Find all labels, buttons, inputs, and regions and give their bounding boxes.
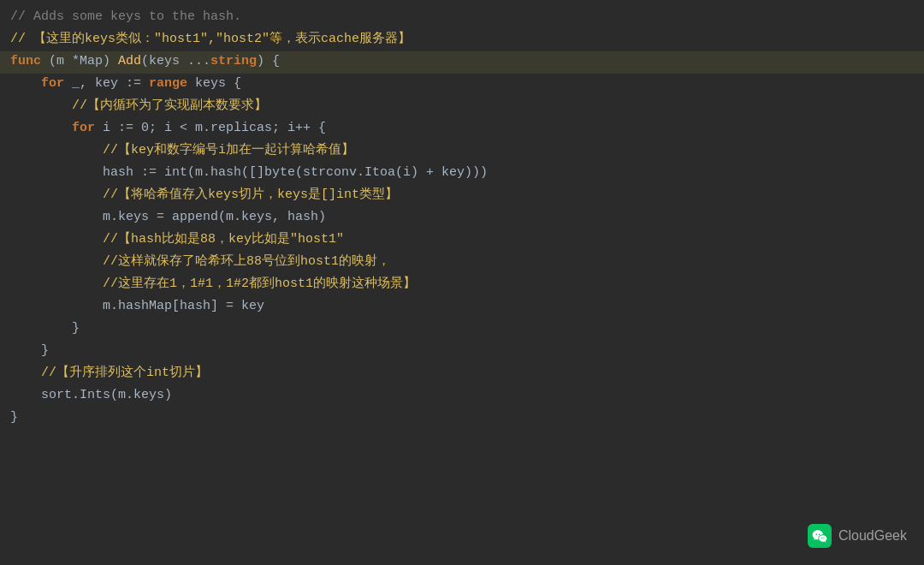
- code-line: m.keys = append(m.keys, hash): [0, 207, 924, 229]
- brand-text: CloudGeek: [838, 525, 907, 547]
- line-content: //这里存在1，1#1，1#2都到host1的映射这种场景】: [0, 274, 426, 294]
- token: string: [210, 51, 257, 72]
- line-content: m.keys = append(m.keys, hash): [0, 207, 336, 228]
- token: for: [72, 118, 95, 139]
- code-line: //【hash比如是88，key比如是"host1": [0, 229, 924, 252]
- code-line: //【内循环为了实现副本数要求】: [0, 96, 924, 118]
- line-content: }: [0, 407, 28, 428]
- token: to: [149, 7, 164, 27]
- token: ): [103, 51, 118, 72]
- code-block: // Adds some keys to the hash.// 【这里的key…: [0, 0, 924, 437]
- line-content: sort.Ints(m.keys): [0, 385, 182, 406]
- line-content: //【升序排列这个int切片】: [0, 363, 218, 384]
- line-content: // 【这里的keys类似："host1","host2"等，表示cache服务…: [0, 29, 421, 50]
- token: //【升序排列这个int切片】: [10, 363, 208, 384]
- line-content: }: [0, 341, 59, 361]
- wechat-icon: [808, 524, 832, 548]
- line-content: for _, key := range keys {: [0, 74, 252, 94]
- token: (keys ...: [141, 51, 210, 72]
- token: //【hash比如是88，key比如是"host1": [10, 229, 344, 250]
- watermark: CloudGeek: [808, 524, 907, 548]
- line-content: m.hashMap[hash] = key: [0, 296, 275, 317]
- line-content: //【hash比如是88，key比如是"host1": [0, 229, 354, 250]
- token: i := 0; i < m.replicas; i++ {: [95, 118, 326, 139]
- token: m.hashMap[hash] = key: [10, 296, 264, 317]
- line-content: //【key和数字编号i加在一起计算哈希值】: [0, 140, 364, 161]
- token: hash := int(m.hash([]byte(strconv.Itoa(i…: [10, 163, 488, 183]
- token: func: [10, 51, 41, 72]
- token: ) {: [257, 51, 280, 72]
- line-content: //【内循环为了实现副本数要求】: [0, 96, 277, 116]
- line-content: //【将哈希值存入keys切片，keys是[]int类型】: [0, 185, 408, 205]
- code-line: // 【这里的keys类似："host1","host2"等，表示cache服务…: [0, 29, 924, 51]
- token: [10, 74, 41, 94]
- code-line: hash := int(m.hash([]byte(strconv.Itoa(i…: [0, 163, 924, 185]
- line-content: // Adds some keys to the hash.: [0, 7, 252, 27]
- code-line: //【将哈希值存入keys切片，keys是[]int类型】: [0, 185, 924, 207]
- line-content: hash := int(m.hash([]byte(strconv.Itoa(i…: [0, 163, 498, 183]
- token: //这样就保存了哈希环上88号位到host1的映射，: [10, 252, 390, 272]
- code-line: func (m *Map) Add(keys ...string) {: [0, 51, 924, 74]
- code-line: //【key和数字编号i加在一起计算哈希值】: [0, 140, 924, 163]
- token: keys {: [187, 74, 241, 94]
- token: for: [41, 74, 64, 94]
- code-line: sort.Ints(m.keys): [0, 385, 924, 407]
- code-line: }: [0, 318, 924, 341]
- code-line: }: [0, 341, 924, 363]
- token: }: [10, 341, 49, 361]
- token: hash.: [195, 7, 241, 27]
- token: (m *: [41, 51, 80, 72]
- code-line: // Adds some keys to the hash.: [0, 7, 924, 29]
- line-content: for i := 0; i < m.replicas; i++ {: [0, 118, 336, 139]
- token: // Adds some keys: [10, 7, 149, 27]
- code-line: }: [0, 407, 924, 430]
- token: //这里存在1，1#1，1#2都到host1的映射这种场景】: [10, 274, 416, 294]
- token: Add: [118, 51, 141, 72]
- token: _, key :=: [64, 74, 149, 94]
- token: }: [10, 318, 80, 339]
- token: //【key和数字编号i加在一起计算哈希值】: [10, 140, 354, 161]
- line-content: //这样就保存了哈希环上88号位到host1的映射，: [0, 252, 400, 272]
- token: m.keys = append(m.keys, hash): [10, 207, 326, 228]
- line-content: }: [0, 318, 90, 339]
- token: range: [149, 74, 187, 94]
- code-line: //这里存在1，1#1，1#2都到host1的映射这种场景】: [0, 274, 924, 296]
- code-line: //这样就保存了哈希环上88号位到host1的映射，: [0, 252, 924, 274]
- code-line: m.hashMap[hash] = key: [0, 296, 924, 318]
- token: //【将哈希值存入keys切片，keys是[]int类型】: [10, 185, 398, 205]
- code-line: for _, key := range keys {: [0, 74, 924, 96]
- code-line: //【升序排列这个int切片】: [0, 363, 924, 385]
- token: [164, 7, 172, 27]
- line-content: func (m *Map) Add(keys ...string) {: [0, 51, 290, 72]
- token: Map: [80, 51, 103, 72]
- token: }: [10, 407, 18, 428]
- token: sort.Ints(m.keys): [10, 385, 172, 406]
- token: //【内循环为了实现副本数要求】: [10, 96, 267, 116]
- code-editor: // Adds some keys to the hash.// 【这里的key…: [0, 0, 924, 565]
- token: the: [172, 7, 195, 27]
- token: // 【这里的keys类似："host1","host2"等，表示cache服务…: [10, 29, 411, 50]
- token: [10, 118, 72, 139]
- code-line: for i := 0; i < m.replicas; i++ {: [0, 118, 924, 140]
